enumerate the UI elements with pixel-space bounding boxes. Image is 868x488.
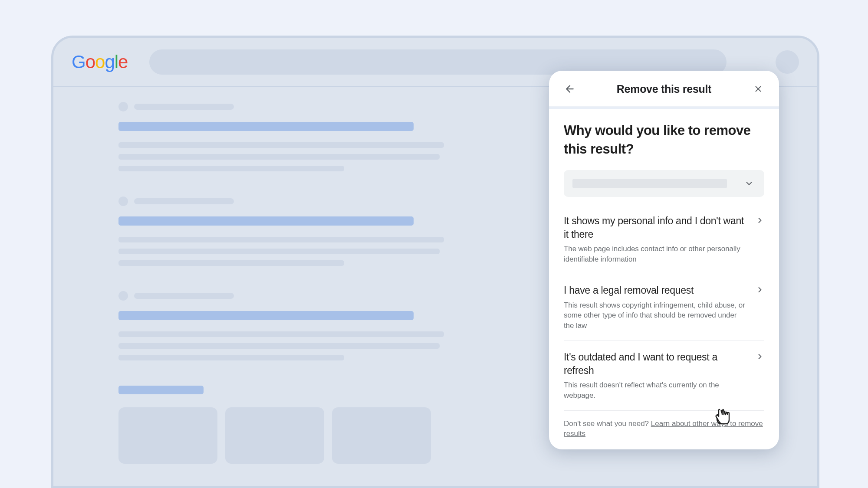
close-button[interactable] (750, 81, 766, 97)
option-outdated[interactable]: It's outdated and I want to request a re… (564, 341, 764, 411)
dialog-header: Remove this result (549, 71, 779, 107)
dialog-footer: Don't see what you need? Learn about oth… (564, 411, 764, 439)
chevron-right-icon (756, 216, 764, 225)
option-title: It's outdated and I want to request a re… (564, 350, 747, 377)
option-description: This result doesn't reflect what's curre… (564, 380, 747, 401)
dropdown-placeholder (572, 179, 727, 188)
remove-result-dialog: Remove this result Why would you like to… (549, 71, 779, 449)
avatar[interactable] (776, 50, 799, 74)
dialog-question: Why would you like to remove this result… (564, 121, 764, 159)
option-title: I have a legal removal request (564, 284, 747, 297)
option-description: The web page includes contact info or ot… (564, 244, 747, 265)
close-icon (753, 84, 763, 94)
dialog-body: Why would you like to remove this result… (549, 109, 779, 449)
dialog-title: Remove this result (617, 83, 711, 95)
option-description: This result shows copyright infringement… (564, 300, 747, 331)
google-logo: Google (72, 52, 128, 72)
option-title: It shows my personal info and I don't wa… (564, 214, 747, 241)
arrow-left-icon (564, 83, 575, 95)
chevron-right-icon (756, 352, 764, 361)
chevron-down-icon (744, 179, 754, 188)
option-legal-request[interactable]: I have a legal removal request This resu… (564, 274, 764, 341)
chevron-right-icon (756, 285, 764, 294)
back-button[interactable] (562, 81, 578, 97)
option-personal-info[interactable]: It shows my personal info and I don't wa… (564, 205, 764, 275)
reason-dropdown[interactable] (564, 170, 764, 197)
